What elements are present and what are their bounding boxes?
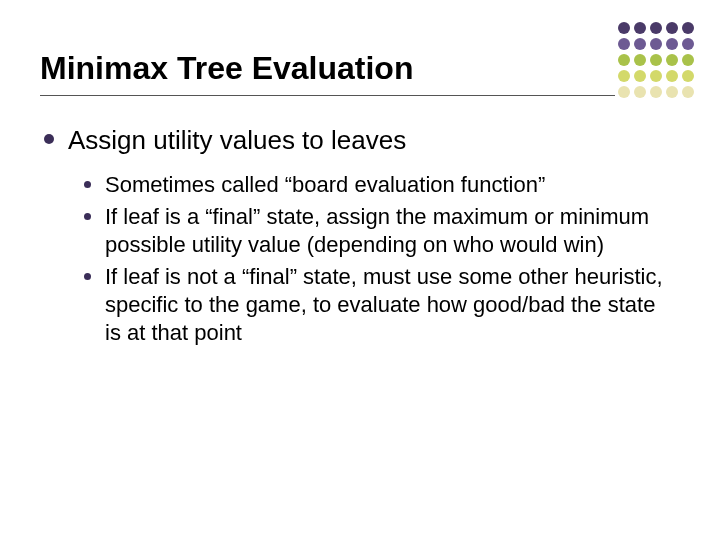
- decor-dot: [682, 86, 694, 98]
- bullet-icon: [44, 134, 54, 144]
- bullet-level2-text: Sometimes called “board evaluation funct…: [105, 171, 545, 199]
- decor-dot: [618, 86, 630, 98]
- bullet-icon: [84, 181, 91, 188]
- decor-dot: [650, 54, 662, 66]
- decor-dot: [618, 70, 630, 82]
- bullet-level2-text: If leaf is not a “final” state, must use…: [105, 263, 665, 347]
- slide: Minimax Tree Evaluation Assign utility v…: [0, 0, 720, 540]
- bullet-icon: [84, 213, 91, 220]
- decor-dot: [666, 54, 678, 66]
- decor-dot: [666, 22, 678, 34]
- title-block: Minimax Tree Evaluation: [40, 50, 680, 96]
- decor-dot: [666, 86, 678, 98]
- bullet-level2: Sometimes called “board evaluation funct…: [84, 171, 680, 199]
- decor-dot: [618, 38, 630, 50]
- decor-dot: [650, 86, 662, 98]
- slide-body: Assign utility values to leaves Sometime…: [40, 96, 680, 347]
- decor-dot: [682, 38, 694, 50]
- decor-dot: [682, 70, 694, 82]
- decor-dot: [650, 22, 662, 34]
- decor-dot: [618, 54, 630, 66]
- decor-dot: [634, 22, 646, 34]
- slide-title: Minimax Tree Evaluation: [40, 50, 680, 93]
- decor-dot: [650, 70, 662, 82]
- decor-dot: [618, 22, 630, 34]
- decor-dot: [650, 38, 662, 50]
- decor-dot: [666, 70, 678, 82]
- bullet-level1: Assign utility values to leaves: [40, 124, 680, 157]
- decor-dot: [634, 86, 646, 98]
- title-underline: [40, 95, 615, 96]
- bullet-level2: If leaf is a “final” state, assign the m…: [84, 203, 680, 259]
- corner-dot-grid: [618, 22, 694, 98]
- bullet-level2-text: If leaf is a “final” state, assign the m…: [105, 203, 665, 259]
- decor-dot: [682, 54, 694, 66]
- decor-dot: [682, 22, 694, 34]
- decor-dot: [634, 54, 646, 66]
- bullet-level1-text: Assign utility values to leaves: [68, 124, 406, 157]
- decor-dot: [666, 38, 678, 50]
- decor-dot: [634, 70, 646, 82]
- bullet-level2: If leaf is not a “final” state, must use…: [84, 263, 680, 347]
- bullet-icon: [84, 273, 91, 280]
- bullet-level2-list: Sometimes called “board evaluation funct…: [40, 157, 680, 348]
- decor-dot: [634, 38, 646, 50]
